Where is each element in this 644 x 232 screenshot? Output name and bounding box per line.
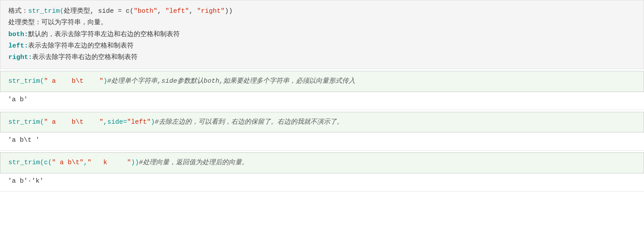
example2-output: 'a b\t '	[0, 133, 644, 151]
desc-line2: 处理类型：可以为字符串，向量。	[8, 17, 636, 29]
example2-section: str_trim(" a b\t ",side="left")#去除左边的，可以…	[0, 112, 644, 151]
example3-code: str_trim(c(" a b\t"," k "))#处理向量，返回值为处理后…	[0, 152, 644, 173]
example2-code: str_trim(" a b\t ",side="left")#去除左边的，可以…	[0, 112, 644, 133]
example1-output: 'a b'	[0, 92, 644, 110]
example3-section: str_trim(c(" a b\t"," k "))#处理向量，返回值为处理后…	[0, 152, 644, 191]
desc-line3: both:默认的，表示去除字符串左边和右边的空格和制表符	[8, 29, 636, 41]
desc-line1-code: str_trim(处理类型, side = c("both", "left", …	[28, 7, 233, 15]
example3-output: 'a b'·'k'	[0, 173, 644, 191]
desc-line1-label: 格式：	[8, 7, 28, 15]
description-block: 格式：str_trim(处理类型, side = c("both", "left…	[0, 0, 644, 69]
desc-line5: right:表示去除字符串右边的空格和制表符	[8, 52, 636, 63]
example1-code: str_trim(" a b\t ")#处理单个字符串,side参数默认both…	[0, 71, 644, 92]
desc-line1: 格式：str_trim(处理类型, side = c("both", "left…	[8, 6, 636, 17]
desc-line4: left:表示去除字符串左边的空格和制表符	[8, 41, 636, 52]
page-container: 格式：str_trim(处理类型, side = c("both", "left…	[0, 0, 644, 232]
example1-section: str_trim(" a b\t ")#处理单个字符串,side参数默认both…	[0, 71, 644, 110]
